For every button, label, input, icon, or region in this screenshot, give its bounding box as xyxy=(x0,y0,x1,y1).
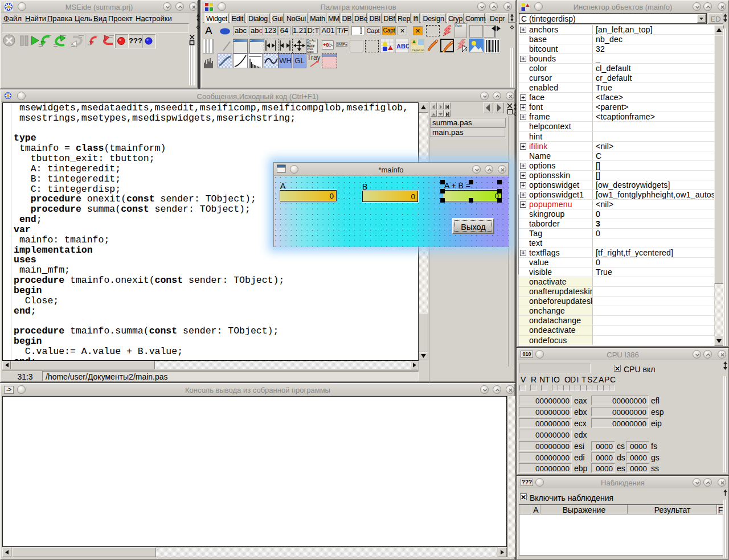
svg-text:ABC: ABC xyxy=(396,43,409,50)
svg-text:10: 10 xyxy=(490,50,494,53)
svg-text:Capa Loop: Capa Loop xyxy=(412,48,424,52)
